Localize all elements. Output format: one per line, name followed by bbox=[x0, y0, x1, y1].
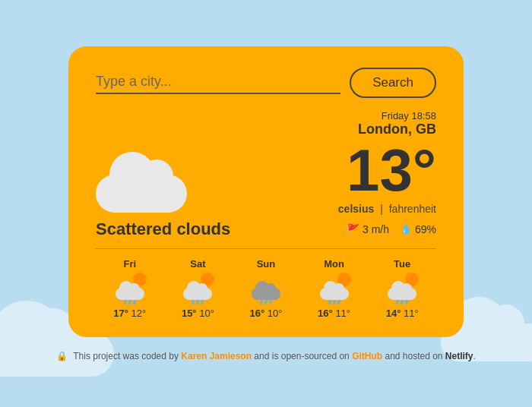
raindrop bbox=[201, 299, 204, 304]
raindrop bbox=[328, 299, 331, 304]
forecast-icon-sat bbox=[178, 273, 217, 304]
raindrop bbox=[405, 299, 408, 304]
wind-value: 3 m/h bbox=[363, 223, 389, 235]
divider bbox=[96, 248, 436, 249]
raindrop bbox=[192, 299, 195, 304]
search-button[interactable]: Search bbox=[350, 68, 436, 98]
raindrop bbox=[269, 299, 272, 304]
raindrop bbox=[332, 299, 335, 304]
main-weather: 13° celsius | fahrenheit bbox=[96, 140, 436, 215]
datetime: Friday 18:58 bbox=[96, 110, 436, 121]
mini-cloud bbox=[116, 288, 144, 300]
mini-cloud bbox=[388, 288, 416, 300]
raindrop bbox=[264, 299, 268, 304]
location-row: Friday 18:58 London, GB bbox=[96, 110, 436, 137]
temp-value: 13 bbox=[347, 137, 413, 204]
forecast-fri: Fri 17° 12° bbox=[96, 258, 164, 319]
weather-card: Search Friday 18:58 London, GB 13° celsi… bbox=[68, 46, 464, 337]
raindrop bbox=[396, 299, 399, 304]
forecast-temps-sat: 15° 10° bbox=[182, 308, 214, 319]
forecast-day-label: Sat bbox=[190, 258, 205, 270]
humidity-stat: 💧 69% bbox=[400, 223, 436, 235]
forecast-day-label: Sun bbox=[257, 258, 276, 270]
condition-text: Scattered clouds bbox=[96, 219, 230, 239]
raindrop bbox=[337, 299, 340, 304]
forecast-icon-sun bbox=[246, 273, 286, 304]
raindrop bbox=[401, 299, 404, 304]
footer: 🔒 This project was coded by Karen Jamies… bbox=[56, 351, 476, 361]
author-link[interactable]: Karen Jamieson bbox=[181, 351, 252, 361]
unit-toggle: celsius | fahrenheit bbox=[338, 203, 436, 215]
forecast-tue: Tue 14° 11° bbox=[368, 258, 436, 319]
raindrop bbox=[124, 299, 127, 304]
rain-drops bbox=[192, 300, 204, 304]
forecast-day-label: Tue bbox=[394, 258, 410, 270]
search-input[interactable] bbox=[96, 71, 340, 94]
weather-stats: 🚩 3 m/h 💧 69% bbox=[347, 223, 436, 235]
footer-text3: and hosted on bbox=[382, 351, 445, 361]
forecast-day-label: Mon bbox=[324, 258, 344, 270]
raindrop bbox=[196, 299, 199, 304]
rain-drops bbox=[260, 300, 271, 304]
forecast-mon: Mon 16° 11° bbox=[300, 258, 369, 319]
forecast-sat: Sat 15° 10° bbox=[164, 258, 233, 319]
footer-text2: and is open-sourced on bbox=[252, 351, 352, 361]
cloud-body bbox=[96, 175, 187, 213]
celsius-unit[interactable]: celsius bbox=[338, 203, 374, 215]
forecast-temps-tue: 14° 11° bbox=[386, 308, 419, 319]
footer-text4: . bbox=[473, 351, 476, 361]
temperature-display: 13° bbox=[338, 140, 436, 200]
forecast-temps-sun: 16° 10° bbox=[250, 308, 283, 319]
humidity-icon: 💧 bbox=[400, 223, 412, 235]
forecast-icon-fri bbox=[110, 273, 150, 304]
humidity-value: 69% bbox=[415, 223, 436, 235]
lock-icon: 🔒 bbox=[56, 351, 68, 361]
netlify-label: Netlify bbox=[445, 351, 473, 361]
mini-cloud bbox=[183, 288, 212, 300]
raindrop bbox=[260, 299, 263, 304]
forecast-icon-mon bbox=[315, 273, 354, 304]
unit-separator: | bbox=[380, 203, 383, 215]
wind-icon: 🚩 bbox=[347, 223, 359, 235]
forecast-icon-tue bbox=[382, 273, 422, 304]
footer-text1: This project was coded by bbox=[73, 351, 181, 361]
fahrenheit-unit[interactable]: fahrenheit bbox=[389, 203, 436, 215]
forecast-temps-fri: 17° 12° bbox=[113, 308, 146, 319]
location-name: London, GB bbox=[96, 121, 436, 137]
rain-drops bbox=[328, 300, 340, 304]
search-row: Search bbox=[96, 68, 436, 98]
rain-drops bbox=[397, 300, 408, 304]
rain-drops bbox=[124, 300, 135, 304]
raindrop bbox=[128, 299, 131, 304]
weather-icon bbox=[96, 148, 195, 213]
github-link[interactable]: GitHub bbox=[352, 351, 382, 361]
wind-stat: 🚩 3 m/h bbox=[347, 223, 389, 235]
forecast-row: Fri 17° 12° Sat bbox=[96, 258, 436, 319]
raindrop bbox=[133, 299, 136, 304]
degree-symbol: ° bbox=[413, 137, 436, 204]
temp-section: 13° celsius | fahrenheit bbox=[338, 140, 436, 215]
forecast-sun: Sun 16° 10° bbox=[232, 258, 300, 319]
condition-row: Scattered clouds 🚩 3 m/h 💧 69% bbox=[96, 219, 436, 239]
forecast-day-label: Fri bbox=[123, 258, 136, 270]
forecast-temps-mon: 16° 11° bbox=[318, 308, 350, 319]
mini-cloud-dark bbox=[252, 288, 280, 300]
mini-cloud bbox=[320, 288, 349, 300]
